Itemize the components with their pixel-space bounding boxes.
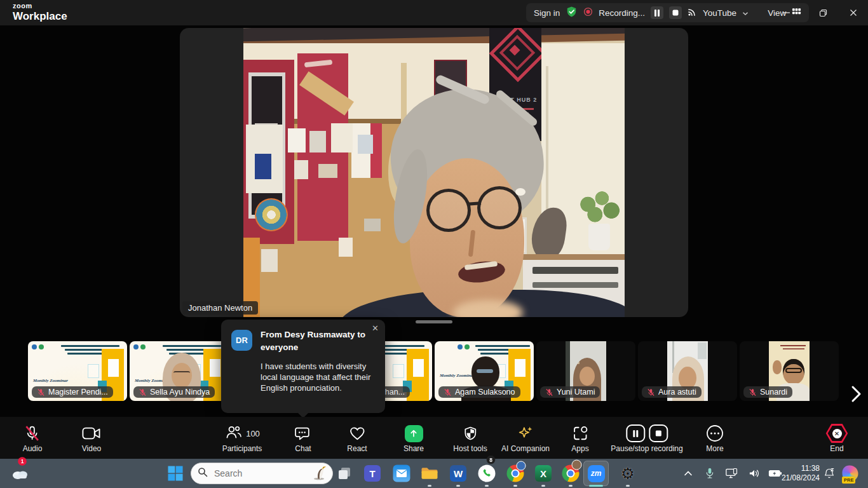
excel-icon[interactable]: X [535, 465, 552, 482]
apps-button[interactable]: Apps [571, 424, 588, 453]
poster-text-lines [780, 345, 806, 346]
react-button[interactable]: React [347, 424, 367, 453]
task-view-button[interactable] [337, 466, 352, 481]
chrome-profile2-icon[interactable] [562, 465, 580, 482]
windows-taskbar: 1 T W [0, 459, 868, 488]
taskbar-clock[interactable]: 11:38 21/08/2024 [782, 464, 820, 483]
weather-widget[interactable]: 1 [11, 466, 30, 480]
popup-close-icon[interactable]: ✕ [372, 323, 379, 333]
poster-logo-icon [32, 344, 37, 349]
stop-recording-button[interactable] [669, 6, 682, 19]
title-bar: zoom Workplace Sign in Recording... YouT… [0, 0, 868, 25]
recording-dot-icon [583, 7, 593, 18]
more-button[interactable]: More [706, 424, 724, 453]
time: 11:38 [782, 464, 820, 473]
whatsapp-icon[interactable]: 8 [478, 465, 496, 482]
youtube-live-label[interactable]: YouTube [703, 8, 736, 18]
ai-sparkle-icon [517, 424, 534, 442]
share-screen-icon [405, 425, 423, 442]
start-button[interactable] [168, 466, 184, 482]
filmstrip-next-button[interactable] [849, 384, 863, 406]
participant-tile[interactable]: Yuni Utami [536, 341, 635, 401]
more-ellipsis-icon [706, 424, 724, 442]
restore-button[interactable] [808, 0, 837, 25]
pinned-photo [294, 160, 308, 179]
sign-in-button[interactable]: Sign in [534, 8, 560, 18]
speaker-name-label: Jonathan Newton [182, 301, 258, 315]
taskbar-search[interactable] [191, 463, 333, 484]
speaker-glasses-glint [515, 188, 526, 196]
participant-tile[interactable]: Aura astuti [638, 341, 737, 401]
pinned-photo [288, 128, 306, 152]
main-speaker-tile[interactable]: NIGHT HUB 2 [180, 28, 688, 317]
zoom-app-icon[interactable]: zm [583, 461, 609, 486]
minimize-button[interactable] [772, 0, 801, 25]
titlebar-cluster: Sign in Recording... YouTube View [526, 3, 809, 22]
pause-recording-icon[interactable] [626, 424, 645, 442]
settings-gear-icon[interactable]: ⚙ [621, 466, 635, 482]
search-icon [198, 467, 208, 480]
close-button[interactable] [839, 0, 868, 25]
speaker-glasses-left [426, 189, 471, 232]
search-input[interactable] [213, 468, 298, 479]
zoom-workplace-logo: zoom Workplace [13, 3, 67, 22]
participant-filmstrip: Monthly Zoominar Magister Pendi... [0, 341, 868, 401]
poster-logo-icon [458, 344, 463, 349]
poster-logo-icon [39, 344, 44, 349]
participant-tile[interactable]: Monthly Zoominar Sella Ayu Nindya [130, 341, 229, 401]
participant-face [580, 367, 595, 386]
mic-muted-icon [37, 388, 45, 396]
tray-display-icon[interactable] [726, 468, 738, 479]
teams-icon[interactable]: T [364, 465, 381, 482]
notification-bell-icon[interactable] [824, 468, 835, 479]
youtube-chevron-down-icon[interactable] [742, 8, 749, 18]
word-icon[interactable]: W [450, 465, 466, 482]
file-explorer-icon[interactable] [421, 466, 439, 482]
live-stream-icon [688, 7, 697, 18]
pinned-photo [339, 238, 353, 257]
participant-tile[interactable]: Monthly Zoominar Agam Sulaksono [435, 341, 534, 401]
audio-button[interactable]: Audio [23, 424, 43, 453]
video-scene: NIGHT HUB 2 [243, 28, 625, 317]
participant-tile[interactable]: Sunardi [740, 341, 839, 401]
date: 21/08/2024 [782, 473, 820, 483]
chrome-profile-badge [517, 461, 526, 471]
tray-mic-icon[interactable] [705, 468, 714, 480]
participant-name-label: Magister Pendi... [32, 386, 113, 398]
video-button[interactable]: Video [82, 424, 101, 453]
participants-button[interactable]: 100 Participants [222, 424, 262, 453]
participant-tile[interactable]: Monthly Zoominar Magister Pendi... [28, 341, 127, 401]
heart-icon [349, 424, 365, 442]
tray-volume-icon[interactable] [749, 468, 761, 478]
poster-logo-icon [140, 344, 146, 349]
pinned-photo [331, 123, 353, 152]
chat-popup-message: I have students with diversity local lan… [261, 362, 374, 394]
tray-battery-icon[interactable] [769, 470, 782, 477]
shelf-edge [523, 254, 625, 260]
security-shield-icon[interactable] [566, 6, 578, 20]
mic-muted-icon [444, 388, 452, 396]
host-tools-button[interactable]: Host tools [453, 424, 487, 453]
mic-muted-icon [647, 388, 655, 396]
pause-stop-recording-button[interactable]: Pause/stop recording [611, 424, 682, 453]
window-frame-line [546, 66, 548, 225]
meeting-stage: NIGHT HUB 2 [0, 25, 868, 459]
end-button[interactable]: ✕ End [825, 424, 848, 453]
participants-count: 100 [246, 429, 260, 438]
chat-button[interactable]: Chat [295, 424, 312, 453]
participant-glasses-glint [477, 369, 493, 373]
pause-recording-button[interactable] [651, 6, 663, 19]
logo-line-zoom: zoom [13, 3, 67, 10]
meeting-toolbar: Audio Video 100 Participants [0, 417, 868, 459]
tray-chevron-up-icon[interactable] [684, 471, 693, 477]
chrome-icon[interactable] [507, 465, 524, 482]
pinned-photo [261, 249, 278, 272]
stop-recording-icon[interactable] [649, 424, 668, 442]
ai-companion-button[interactable]: AI Companion [501, 424, 550, 453]
mail-icon[interactable] [393, 465, 410, 482]
chat-notification-popup[interactable]: DR From Desy Rusmawaty to everyone I hav… [221, 320, 385, 413]
share-button[interactable]: Share [403, 424, 424, 453]
rainbow-circle [255, 198, 288, 231]
pinned-photo [364, 219, 381, 231]
filmstrip-drag-handle[interactable] [416, 320, 452, 323]
